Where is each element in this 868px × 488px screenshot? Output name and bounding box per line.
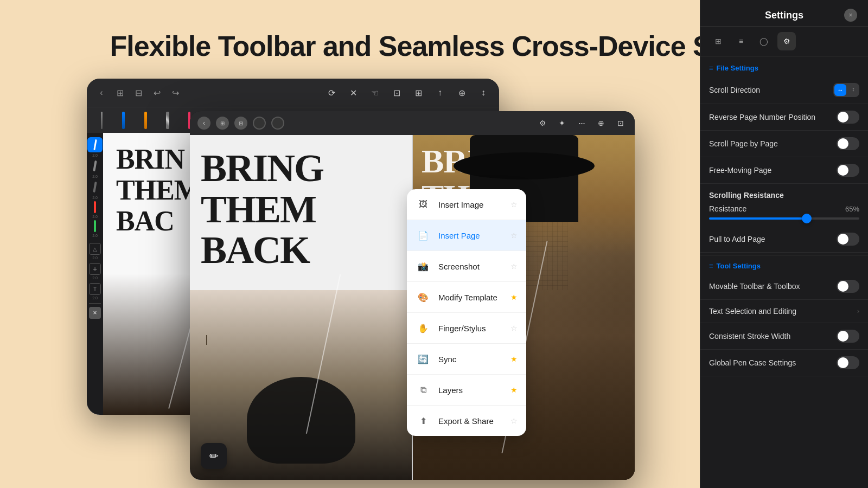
resistance-thumb[interactable] <box>802 214 812 223</box>
settings-tab-bar: ⊞ ≡ ◯ ⚙ <box>700 27 868 56</box>
popup-layers[interactable]: ⧉ Layers ★ <box>407 375 526 406</box>
sidebar-pen2[interactable] <box>87 158 103 174</box>
reverse-page-toggle[interactable] <box>837 111 859 124</box>
pen-tool-1[interactable] <box>93 110 110 131</box>
back-nav-back[interactable]: ‹ <box>95 87 107 99</box>
resistance-track[interactable] <box>709 217 859 220</box>
modify-template-star[interactable]: ★ <box>510 293 518 301</box>
scroll-vertical-btn[interactable]: ↕ <box>847 83 859 95</box>
back-nav-apps[interactable]: ⊟ <box>132 87 144 99</box>
popup-menu: 🖼 Insert Image ☆ 📄 Insert Page ☆ 📸 Scree… <box>407 189 526 436</box>
pen-tool-2[interactable] <box>116 110 132 131</box>
back-upload-icon[interactable]: ↑ <box>433 86 447 100</box>
settings-tab-bubble[interactable]: ◯ <box>755 32 773 50</box>
tool-settings-label: Tool Settings <box>717 262 761 270</box>
settings-tab-layout[interactable]: ⊞ <box>709 32 727 50</box>
movable-toolbar-row: Movable Toolbar & Toolbox <box>700 273 868 300</box>
pen-tool-3[interactable] <box>137 110 154 131</box>
sidebar-plus-tool[interactable]: + <box>89 263 101 275</box>
screenshot-star[interactable]: ☆ <box>510 262 518 271</box>
export-share-icon: ⬆ <box>416 413 431 428</box>
settings-close-button[interactable]: × <box>844 9 857 22</box>
front-circle-btn2[interactable] <box>271 117 284 130</box>
scroll-direction-label: Scroll Direction <box>709 85 833 95</box>
back-layout-icon[interactable]: ↕ <box>476 86 490 100</box>
insert-image-label: Insert Image <box>438 200 503 209</box>
popup-export-share[interactable]: ⬆ Export & Share ☆ <box>407 406 526 436</box>
popup-insert-image[interactable]: 🖼 Insert Image ☆ <box>407 189 526 220</box>
front-layout-icon[interactable]: ⊡ <box>614 117 627 130</box>
front-more-icon[interactable]: ··· <box>575 117 588 130</box>
resistance-label-row: Resistance 65% <box>709 204 859 213</box>
sidebar-close-tool[interactable]: × <box>89 307 101 319</box>
pen-tool-4[interactable] <box>159 110 176 131</box>
sync-star[interactable]: ★ <box>510 355 518 363</box>
global-pen-case-label: Global Pen Case Settings <box>709 358 837 368</box>
back-add-icon[interactable]: ⊕ <box>455 86 469 100</box>
popup-modify-template[interactable]: 🎨 Modify Template ★ <box>407 282 526 313</box>
text-selection-row[interactable]: Text Selection and Editing › <box>700 300 868 323</box>
floating-pen-button[interactable]: ✏ <box>201 443 227 469</box>
tablet-front: ‹ ⊞ ⊟ ⚙ ✦ ··· ⊕ ⊡ BRINGTHEMBACK <box>190 111 635 480</box>
front-toolbar-right: ⚙ ✦ ··· ⊕ ⊡ <box>536 117 627 130</box>
consistent-stroke-toggle[interactable] <box>837 330 859 343</box>
scroll-horizontal-btn[interactable]: ↔ <box>834 84 846 96</box>
popup-insert-page[interactable]: 📄 Insert Page ☆ <box>407 220 526 251</box>
modify-template-label: Modify Template <box>438 293 503 302</box>
settings-tab-sliders[interactable]: ⚙ <box>777 32 796 50</box>
consistent-stroke-label: Consistent Stroke Width <box>709 331 837 341</box>
free-moving-page-toggle[interactable] <box>837 164 859 177</box>
scroll-page-by-page-label: Scroll Page by Page <box>709 139 837 149</box>
front-circle-btn1[interactable] <box>253 117 266 130</box>
resistance-value: 65% <box>845 205 859 213</box>
layers-icon: ⧉ <box>416 382 431 397</box>
popup-screenshot[interactable]: 📸 Screenshot ☆ <box>407 251 526 282</box>
sidebar-text-tool[interactable]: T <box>89 283 101 295</box>
pull-to-add-toggle[interactable] <box>837 233 859 246</box>
back-nav-undo[interactable]: ↩ <box>151 87 163 99</box>
popup-sync[interactable]: 🔄 Sync ★ <box>407 344 526 375</box>
scrolling-resistance-header-row: Scrolling Resistance <box>700 184 868 202</box>
sidebar-shape-tool[interactable]: △ <box>89 243 101 255</box>
scrolling-resistance-label: Scrolling Resistance <box>709 190 859 200</box>
sync-label: Sync <box>438 355 503 364</box>
front-apps-btn[interactable]: ⊟ <box>234 117 247 130</box>
sidebar-pen-active[interactable] <box>87 137 103 152</box>
file-settings-header: ≡ File Settings <box>700 56 868 76</box>
finger-stylus-label: Finger/Stylus <box>438 324 503 333</box>
back-hand-icon[interactable]: ☜ <box>368 86 382 100</box>
layers-label: Layers <box>438 386 503 395</box>
front-grid-btn[interactable]: ⊞ <box>216 117 229 130</box>
front-star-icon[interactable]: ✦ <box>556 117 569 130</box>
scroll-direction-toggle[interactable]: ↔ ↕ <box>833 83 859 97</box>
back-sync-icon[interactable]: ⟳ <box>324 86 339 100</box>
back-nav-grid[interactable]: ⊞ <box>114 87 126 99</box>
resistance-fill <box>709 217 807 220</box>
back-crop-icon[interactable]: ⊡ <box>390 86 404 100</box>
back-nav-redo[interactable]: ↪ <box>169 87 181 99</box>
front-layers-icon[interactable]: ⊕ <box>595 117 608 130</box>
sidebar-pen3[interactable] <box>87 179 103 195</box>
global-pen-case-toggle[interactable] <box>837 356 859 369</box>
front-settings-icon[interactable]: ⚙ <box>536 117 549 130</box>
settings-tab-list[interactable]: ≡ <box>732 32 750 50</box>
popup-finger-stylus[interactable]: ✋ Finger/Stylus ☆ <box>407 313 526 344</box>
insert-image-star[interactable]: ☆ <box>510 200 518 209</box>
layers-star[interactable]: ★ <box>510 386 518 394</box>
export-share-star[interactable]: ☆ <box>510 416 518 425</box>
sidebar-color-green <box>94 220 96 232</box>
finger-stylus-icon: ✋ <box>416 320 431 336</box>
movable-toolbar-toggle[interactable] <box>837 280 859 293</box>
consistent-stroke-row: Consistent Stroke Width <box>700 323 868 350</box>
modify-template-icon: 🎨 <box>416 290 431 305</box>
back-close-icon[interactable]: ✕ <box>346 86 360 100</box>
back-plus-icon[interactable]: ⊞ <box>411 86 425 100</box>
file-settings-label: File Settings <box>717 64 758 72</box>
scroll-page-by-page-toggle[interactable] <box>837 137 859 150</box>
insert-page-star[interactable]: ☆ <box>510 231 518 240</box>
page-left: BRINGTHEMBACK <box>190 135 413 480</box>
front-back-btn[interactable]: ‹ <box>197 117 210 130</box>
finger-stylus-star[interactable]: ☆ <box>510 324 518 332</box>
tool-settings-header: ≡ Tool Settings <box>700 255 868 273</box>
insert-page-label: Insert Page <box>438 231 503 240</box>
